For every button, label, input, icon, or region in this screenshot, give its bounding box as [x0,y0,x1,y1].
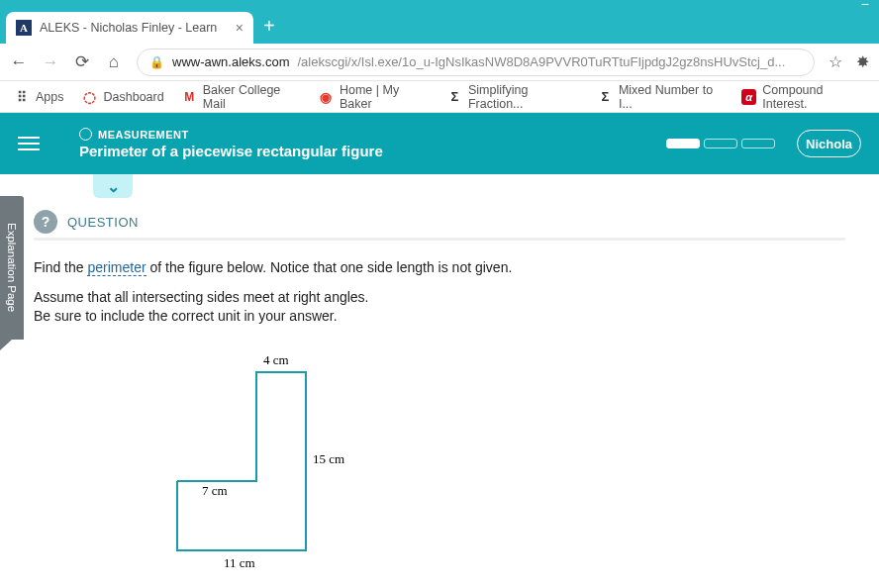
progress-segment [704,139,737,148]
browser-tab[interactable]: A ALEKS - Nicholas Finley - Learn × [6,12,253,44]
bookmark-apps[interactable]: ⠿ Apps [14,89,64,105]
topic-category: MEASUREMENT [79,128,383,141]
content-area: ⌄ ? QUESTION Find the perimeter of the f… [0,174,879,580]
figure-label-left: 7 cm [202,483,228,499]
aleks-favicon: A [16,20,32,36]
bookmark-star-icon[interactable]: ☆ [829,52,842,71]
reload-button[interactable]: ⟳ [73,51,91,72]
figure-label-top: 4 cm [263,352,289,368]
divider [34,238,845,241]
alpha-icon: α [741,89,756,105]
topic-title: Perimeter of a piecewise rectangular fig… [79,143,383,159]
user-button[interactable]: Nichola [797,130,861,157]
figure: 4 cm 15 cm 7 cm 11 cm [152,352,370,580]
category-label: MEASUREMENT [98,129,189,141]
bookmark-label: Compound Interest. [762,83,865,111]
bookmarks-bar: ⠿ Apps ◌ Dashboard M Baker College Mail … [0,81,879,113]
minimize-button[interactable]: − [861,0,869,8]
window-controls: − [861,0,869,8]
chevron-down-icon: ⌄ [107,177,120,196]
bookmark-compound[interactable]: α Compound Interest. [741,83,865,111]
browser-tab-strip: A ALEKS - Nicholas Finley - Learn × + [0,8,879,44]
progress-segment [741,139,775,148]
bookmark-label: Dashboard [104,90,164,104]
question-line1: Find the perimeter of the figure below. … [34,258,845,278]
bookmark-baker-mail[interactable]: M Baker College Mail [182,83,301,111]
home-icon: ◉ [319,89,334,105]
question-heading: QUESTION [67,215,139,230]
close-tab-icon[interactable]: × [236,20,244,36]
progress-segment [666,139,700,148]
question-line2: Assume that all intersecting sides meet … [34,288,845,327]
bookmark-label: Baker College Mail [203,83,301,111]
tab-title: ALEKS - Nicholas Finley - Learn [40,21,217,35]
lock-icon: 🔒 [149,55,164,69]
bookmark-mixed-number[interactable]: Σ Mixed Number to I... [598,83,724,111]
menu-button[interactable] [18,130,46,157]
figure-label-bottom: 11 cm [224,555,255,571]
window-titlebar: − [0,0,879,8]
new-tab-button[interactable]: + [263,15,275,38]
dashboard-icon: ◌ [82,89,98,105]
question-mark-icon: ? [34,210,57,234]
user-name: Nichola [806,137,852,151]
bookmark-label: Mixed Number to I... [619,83,724,111]
apps-icon: ⠿ [14,89,30,105]
category-icon [79,128,92,141]
address-bar-row: ← → ⟳ ⌂ 🔒 www-awn.aleks.com /alekscgi/x/… [0,44,879,81]
url-path: /alekscgi/x/Isl.exe/1o_u-IgNsIkasNW8D8A9… [297,54,785,69]
sigma-icon: Σ [447,89,462,105]
sigma-icon: Σ [598,89,613,105]
dropdown-toggle[interactable]: ⌄ [93,174,133,198]
address-bar[interactable]: 🔒 www-awn.aleks.com /alekscgi/x/Isl.exe/… [137,49,815,76]
bookmark-simplifying[interactable]: Σ Simplifying Fraction... [447,83,580,111]
bookmark-dashboard[interactable]: ◌ Dashboard [82,89,164,105]
mail-icon: M [182,89,197,105]
back-button[interactable]: ← [10,52,28,72]
url-host: www-awn.aleks.com [172,54,289,69]
bookmark-label: Home | My Baker [340,83,430,111]
figure-label-right: 15 cm [313,451,344,467]
progress-indicator [666,139,775,148]
extensions-icon[interactable]: ✸ [856,52,869,71]
forward-button[interactable]: → [42,52,59,72]
header-right: Nichola [666,130,861,157]
question-heading-row: ? QUESTION [34,210,845,234]
home-button[interactable]: ⌂ [105,52,123,72]
bookmark-home-baker[interactable]: ◉ Home | My Baker [319,83,430,111]
bookmark-label: Simplifying Fraction... [468,83,580,111]
aleks-header: MEASUREMENT Perimeter of a piecewise rec… [0,113,879,174]
bookmark-label: Apps [36,90,64,104]
topic-heading: MEASUREMENT Perimeter of a piecewise rec… [79,128,383,159]
perimeter-link[interactable]: perimeter [87,259,146,276]
question-body: Find the perimeter of the figure below. … [34,258,845,327]
